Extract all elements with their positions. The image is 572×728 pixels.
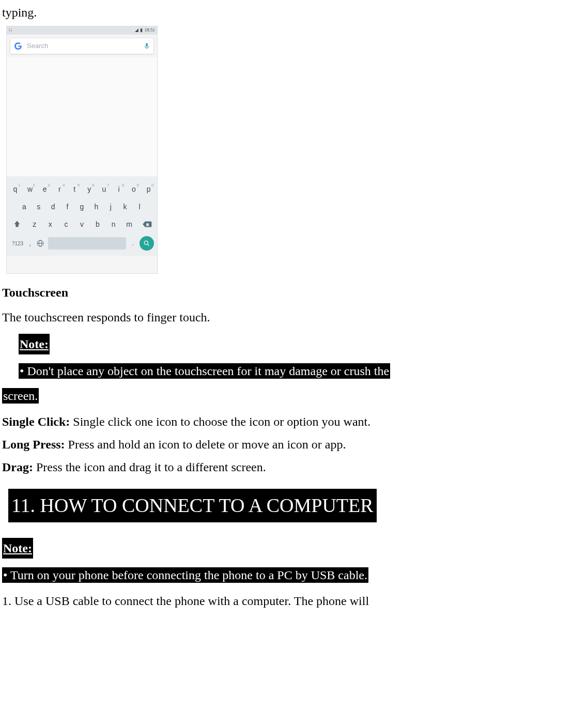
touchscreen-intro: The touchscreen responds to finger touch… [2, 308, 570, 327]
key-c[interactable]: c [60, 216, 72, 232]
long-press-text: Press and hold an icon to delete or move… [65, 438, 346, 451]
key-row-4: ?123 , . [8, 234, 156, 253]
key-s[interactable]: s [33, 199, 45, 214]
key-m[interactable]: m [123, 216, 135, 232]
key-d[interactable]: d [47, 199, 59, 214]
key-l[interactable]: l [133, 199, 146, 214]
key-b[interactable]: b [91, 216, 104, 232]
key-e[interactable]: e3 [39, 181, 51, 197]
key-t[interactable]: t5 [68, 181, 81, 197]
key-q[interactable]: q1 [9, 181, 21, 197]
key-k[interactable]: k [119, 199, 131, 214]
svg-line-4 [148, 244, 149, 246]
key-a[interactable]: a [18, 199, 30, 214]
key-x[interactable]: x [44, 216, 56, 232]
key-n[interactable]: n [107, 216, 120, 232]
search-icon [143, 240, 150, 247]
shift-icon [13, 220, 21, 228]
note-block-1: Note: • Don't place any object on the to… [2, 334, 570, 405]
status-battery-icon: ▮ [140, 27, 143, 34]
mic-icon[interactable] [143, 42, 150, 50]
spacebar-key[interactable] [48, 237, 126, 250]
status-left: G [9, 27, 12, 34]
key-f[interactable]: f [61, 199, 74, 214]
key-row-1: q1 w2 e3 r4 t5 y6 u7 i8 o9 p0 [8, 181, 156, 197]
on-screen-keyboard: q1 w2 e3 r4 t5 y6 u7 i8 o9 p0 a s d f g … [7, 176, 157, 256]
google-g-icon [13, 41, 23, 51]
key-o[interactable]: o9 [128, 181, 140, 197]
key-row-2: a s d f g h j k l [8, 199, 156, 214]
drag-text: Press the icon and drag it to a differen… [33, 460, 266, 474]
blank-content-area [7, 57, 157, 176]
single-click-label: Single Click: [2, 415, 70, 428]
key-v[interactable]: v [75, 216, 88, 232]
key-y[interactable]: y6 [83, 181, 96, 197]
note2-line1: • Turn on your phone before connecting t… [2, 567, 368, 583]
globe-icon [36, 239, 44, 247]
status-bar: G ◢ ▮ 18:51 [7, 26, 157, 35]
status-signal-icon: ◢ [135, 27, 138, 34]
note-label-2: Note: [2, 538, 33, 559]
shift-key[interactable] [9, 216, 25, 232]
long-press-label: Long Press: [2, 438, 65, 451]
key-j[interactable]: j [104, 199, 117, 214]
comma-key[interactable]: , [25, 238, 35, 249]
phone-screenshot: G ◢ ▮ 18:51 Search q1 w2 e3 r4 t5 y6 u7 … [6, 26, 158, 274]
touchscreen-heading: Touchscreen [2, 283, 570, 302]
note1-line1: • Don't place any object on the touchscr… [19, 363, 390, 379]
google-search-bar[interactable]: Search [10, 38, 154, 54]
key-w[interactable]: w2 [24, 181, 36, 197]
key-r[interactable]: r4 [53, 181, 66, 197]
key-z[interactable]: z [28, 216, 41, 232]
note1-line2: screen. [2, 388, 39, 404]
backspace-key[interactable] [139, 216, 154, 232]
single-click-text: Single click one icon to choose the icon… [70, 415, 370, 428]
svg-point-3 [144, 241, 148, 244]
note-label-1: Note: [19, 334, 50, 354]
search-enter-key[interactable] [140, 236, 154, 251]
key-u[interactable]: u7 [98, 181, 110, 197]
note-block-2: Note: • Turn on your phone before connec… [2, 538, 570, 584]
key-i[interactable]: i8 [113, 181, 125, 197]
period-key[interactable]: . [128, 238, 137, 249]
step-1: 1. Use a USB cable to connect the phone … [2, 592, 570, 610]
def-long-press: Long Press: Press and hold an icon to de… [2, 435, 570, 454]
backspace-icon [142, 221, 152, 228]
key-p[interactable]: p0 [143, 181, 155, 197]
def-single-click: Single Click: Single click one icon to c… [2, 412, 570, 431]
key-row-3: z x c v b n m [8, 216, 156, 232]
drag-label: Drag: [2, 460, 33, 474]
key-h[interactable]: h [90, 199, 102, 214]
search-placeholder: Search [27, 41, 143, 51]
status-time: 18:51 [144, 27, 155, 34]
symbols-key[interactable]: ?123 [10, 240, 25, 247]
intro-fragment: typing. [2, 3, 570, 22]
globe-key[interactable] [35, 234, 46, 253]
key-g[interactable]: g [75, 199, 88, 214]
def-drag: Drag: Press the icon and drag it to a di… [2, 458, 570, 476]
chapter-heading: 11. HOW TO CONNECT TO A COMPUTER [8, 489, 377, 522]
